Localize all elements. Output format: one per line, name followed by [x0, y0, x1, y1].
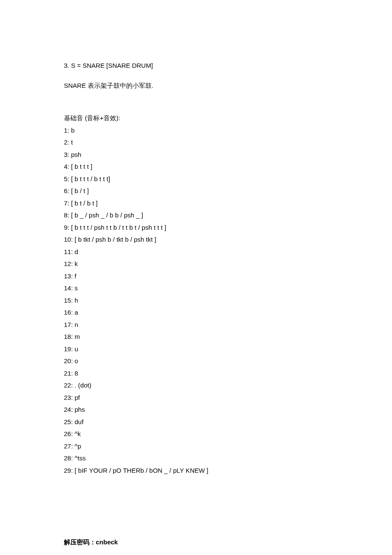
item-line: 7: [ b t / b t ]	[64, 197, 328, 210]
item-line: 29: [ bIF YOUR / pO THERb / bON _ / pLY …	[64, 465, 328, 477]
item-line: 25: duf	[64, 416, 328, 428]
item-line: 6: [ b / t ]	[64, 185, 328, 197]
item-line: 26: ^k	[64, 428, 328, 440]
item-line: 5: [ b t t t / b t t t]	[64, 173, 328, 185]
item-line: 16: a	[64, 306, 328, 319]
item-line: 10: [ b tkt / psh b / tkt b / psh tkt ]	[64, 234, 328, 246]
items-heading: 基础音 (音标+音效):	[64, 112, 328, 124]
section-title: 3. S = SNARE [SNARE DRUM]	[64, 60, 328, 72]
item-line: 9: [ b t t t / psh t t b / t t b t / psh…	[64, 222, 328, 234]
item-line: 14: s	[64, 282, 328, 295]
section-block: 3. S = SNARE [SNARE DRUM] SNARE 表示架子鼓中的小…	[64, 60, 328, 92]
item-line: 23: pf	[64, 392, 328, 404]
item-line: 3: psh	[64, 149, 328, 161]
item-line: 2: t	[64, 136, 328, 149]
item-line: 20: o	[64, 355, 328, 367]
item-line: 19: u	[64, 343, 328, 356]
footer-line: 解压密码：cnbeck	[64, 536, 328, 549]
footer-value: cnbeck	[96, 538, 118, 546]
item-line: 1: b	[64, 124, 328, 137]
section-desc: SNARE 表示架子鼓中的小军鼓.	[64, 80, 328, 92]
item-line: 17: n	[64, 319, 328, 331]
item-line: 15: h	[64, 295, 328, 307]
item-line: 21: 8	[64, 367, 328, 380]
item-line: 11: d	[64, 246, 328, 258]
item-line: 22: . (dot)	[64, 379, 328, 392]
item-line: 24: phs	[64, 404, 328, 416]
item-line: 18: m	[64, 331, 328, 343]
item-line: 27: ^p	[64, 440, 328, 453]
item-line: 13: f	[64, 270, 328, 283]
item-line: 28: ^tss	[64, 452, 328, 465]
item-line: 8: [ b _ / psh _ / b b / psh _ ]	[64, 209, 328, 222]
items-block: 基础音 (音标+音效): 1: b 2: t 3: psh 4: [ b t t…	[64, 112, 328, 477]
footer-label: 解压密码：	[64, 538, 96, 546]
item-line: 4: [ b t t t ]	[64, 161, 328, 173]
item-line: 12: k	[64, 258, 328, 270]
